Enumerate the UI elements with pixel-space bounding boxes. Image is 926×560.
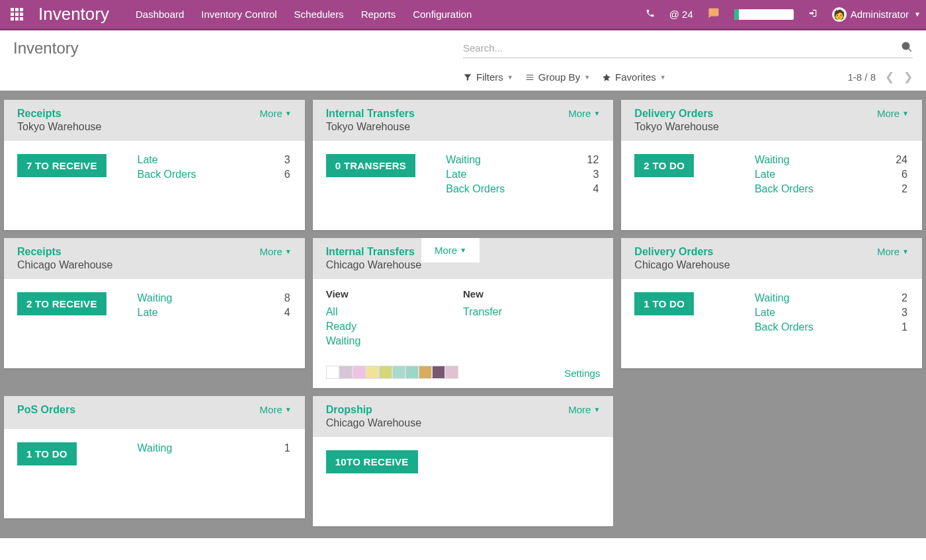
- color-swatch[interactable]: [339, 366, 353, 379]
- color-swatch[interactable]: [445, 366, 458, 379]
- primary-action-button[interactable]: 1 TO DO: [17, 442, 77, 465]
- card-title[interactable]: Delivery Orders: [634, 246, 730, 258]
- progress-bar[interactable]: [734, 9, 794, 20]
- color-swatch[interactable]: [405, 366, 419, 379]
- caret-down-icon: ▼: [507, 74, 513, 81]
- kanban-card: PoS OrdersMore▼1 TO DOWaiting1: [4, 396, 305, 518]
- view-link[interactable]: All: [326, 306, 463, 318]
- menu-schedulers[interactable]: Schedulers: [294, 9, 344, 20]
- stat-label[interactable]: Back Orders: [755, 321, 814, 333]
- caret-down-icon: ▼: [285, 406, 292, 413]
- primary-action-button[interactable]: 2 TO RECEIVE: [17, 292, 106, 315]
- menu-inventory-control[interactable]: Inventory Control: [201, 9, 276, 20]
- card-body: 10TO RECEIVE: [313, 437, 614, 526]
- stat-value: 1: [284, 442, 290, 454]
- card-more-toggle[interactable]: More▼: [568, 108, 600, 119]
- stat-row: Waiting12: [446, 154, 599, 166]
- card-more-toggle[interactable]: More▼: [568, 404, 600, 415]
- primary-action-button[interactable]: 10TO RECEIVE: [326, 450, 418, 473]
- filters-button[interactable]: Filters ▼: [463, 71, 513, 83]
- caret-down-icon: ▼: [460, 247, 466, 254]
- color-swatch[interactable]: [432, 366, 445, 379]
- search-icon[interactable]: [901, 41, 913, 55]
- caret-down-icon: ▼: [285, 248, 292, 255]
- color-swatch[interactable]: [366, 366, 379, 379]
- stat-row: Back Orders4: [446, 183, 599, 195]
- favorites-button[interactable]: Favorites ▼: [602, 71, 666, 83]
- primary-action-button[interactable]: 7 TO RECEIVE: [17, 154, 106, 177]
- card-header: ReceiptsTokyo WarehouseMore▼: [4, 100, 305, 141]
- pager-text: 1-8 / 8: [847, 71, 876, 83]
- card-more-toggle[interactable]: More▼: [421, 238, 480, 262]
- stat-label[interactable]: Waiting: [446, 154, 481, 166]
- stat-label[interactable]: Late: [755, 307, 775, 319]
- color-swatch[interactable]: [326, 366, 339, 379]
- settings-link[interactable]: Settings: [564, 368, 600, 379]
- card-body: 2 TO DOWaiting24Late6Back Orders2: [621, 141, 922, 230]
- stat-label[interactable]: Late: [138, 154, 158, 166]
- new-link[interactable]: Transfer: [463, 306, 600, 318]
- kanban-card: Internal TransfersTokyo WarehouseMore▼0 …: [313, 100, 614, 230]
- card-body-expanded: ViewAllReadyWaitingNewTransferSettings: [313, 279, 614, 388]
- stat-label[interactable]: Back Orders: [446, 183, 505, 195]
- card-more-toggle[interactable]: More▼: [260, 404, 292, 415]
- card-body: 1 TO DOWaiting2Late3Back Orders1: [621, 279, 922, 368]
- primary-action-button[interactable]: 1 TO DO: [634, 292, 694, 315]
- chat-icon[interactable]: [708, 7, 720, 21]
- apps-icon[interactable]: [11, 8, 26, 20]
- card-subtitle: Tokyo Warehouse: [17, 121, 101, 133]
- menu-dashboard[interactable]: Dashboard: [136, 9, 184, 20]
- card-title[interactable]: PoS Orders: [17, 404, 75, 416]
- pager-next[interactable]: ❯: [904, 70, 913, 84]
- primary-action-button[interactable]: 2 TO DO: [634, 154, 694, 177]
- color-swatch[interactable]: [353, 366, 366, 379]
- stat-label[interactable]: Waiting: [755, 154, 790, 166]
- card-more-toggle[interactable]: More▼: [260, 108, 292, 119]
- stat-label[interactable]: Back Orders: [138, 169, 196, 180]
- kanban-card: ReceiptsTokyo WarehouseMore▼7 TO RECEIVE…: [4, 100, 305, 230]
- color-swatch[interactable]: [419, 366, 432, 379]
- color-swatch[interactable]: [392, 366, 405, 379]
- stat-value: 4: [284, 307, 290, 319]
- stat-row: Waiting2: [755, 292, 907, 304]
- stat-label[interactable]: Waiting: [138, 292, 173, 304]
- favorites-label: Favorites: [615, 71, 656, 83]
- stat-label[interactable]: Waiting: [755, 292, 790, 304]
- view-link[interactable]: Waiting: [326, 335, 463, 347]
- stat-label[interactable]: Late: [446, 169, 466, 180]
- card-title[interactable]: Dropship: [326, 404, 421, 416]
- view-heading: View: [326, 288, 463, 300]
- primary-action-button[interactable]: 0 TRANSFERS: [326, 154, 415, 177]
- card-title[interactable]: Receipts: [17, 108, 101, 120]
- stat-label[interactable]: Late: [138, 307, 158, 319]
- logout-icon[interactable]: [808, 9, 818, 20]
- color-swatch[interactable]: [379, 366, 392, 379]
- card-title[interactable]: Delivery Orders: [634, 108, 718, 120]
- stat-row: Waiting8: [138, 292, 290, 304]
- stat-label[interactable]: Late: [755, 169, 775, 180]
- groupby-button[interactable]: Group By ▼: [525, 71, 590, 83]
- card-title[interactable]: Internal Transfers: [326, 108, 415, 120]
- phone-icon[interactable]: [646, 9, 655, 20]
- menu-reports[interactable]: Reports: [361, 9, 396, 20]
- card-title[interactable]: Internal Transfers: [326, 246, 421, 258]
- user-menu[interactable]: 🧑 Administrator ▼: [832, 7, 921, 22]
- stat-label[interactable]: Waiting: [138, 442, 173, 454]
- card-more-toggle[interactable]: More▼: [877, 108, 909, 119]
- stat-row: Late3: [138, 154, 290, 166]
- search-input[interactable]: [463, 38, 913, 58]
- card-more-toggle[interactable]: More▼: [260, 246, 292, 257]
- stat-label[interactable]: Back Orders: [755, 183, 814, 195]
- view-link[interactable]: Ready: [326, 321, 463, 333]
- app-brand[interactable]: Inventory: [38, 4, 109, 24]
- caret-down-icon: ▼: [593, 110, 600, 117]
- pager-prev[interactable]: ❮: [885, 70, 894, 84]
- filters-label: Filters: [476, 71, 503, 83]
- mentions-counter[interactable]: @ 24: [669, 9, 693, 20]
- card-body: 7 TO RECEIVELate3Back Orders6: [4, 141, 305, 230]
- card-title[interactable]: Receipts: [17, 246, 112, 258]
- stat-value: 6: [902, 169, 907, 180]
- card-more-toggle[interactable]: More▼: [877, 246, 909, 257]
- menu-configuration[interactable]: Configuration: [413, 9, 472, 20]
- stat-value: 1: [902, 321, 907, 333]
